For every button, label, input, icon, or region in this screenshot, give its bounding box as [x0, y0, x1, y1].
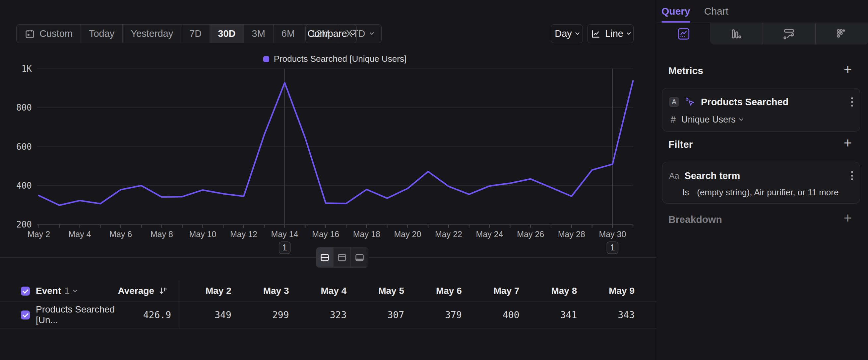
- line-chart[interactable]: 2004006008001KMay 2May 4May 6May 8May 10…: [0, 0, 656, 266]
- tab-query[interactable]: Query: [661, 0, 690, 23]
- string-property-icon: Aa: [669, 171, 679, 181]
- table-column-header[interactable]: May 6: [409, 281, 467, 301]
- table-cell-value: 349: [179, 302, 237, 328]
- sort-descending-icon[interactable]: [158, 286, 168, 296]
- event-count: 1: [64, 286, 70, 296]
- table-cell-value: 400: [467, 302, 525, 328]
- layout-table-only-button[interactable]: [351, 247, 368, 267]
- svg-text:May 8: May 8: [151, 229, 173, 239]
- row-average-value: 426.9: [143, 302, 171, 328]
- filter-operator[interactable]: Is: [682, 187, 689, 198]
- select-all-checkbox[interactable]: [21, 286, 30, 296]
- add-breakdown-button[interactable]: +: [842, 213, 854, 224]
- filter-value[interactable]: (empty string), Air purifier, or 11 more: [697, 187, 838, 198]
- svg-text:400: 400: [16, 181, 32, 191]
- table-column-header[interactable]: May 3: [237, 281, 294, 301]
- breakdown-heading: Breakdown: [669, 214, 722, 225]
- query-panel: Query Chart: [657, 0, 868, 360]
- table-row: Products Searched [Un... 426.9 349299323…: [0, 301, 656, 328]
- chart-type-retention-tab[interactable]: [815, 23, 868, 45]
- aggregation-prefix: #: [671, 115, 676, 125]
- aggregation-dropdown[interactable]: Unique Users: [681, 115, 743, 125]
- table-cell-value: 299: [237, 302, 294, 328]
- filter-card[interactable]: Aa Search term Is (empty string), Air pu…: [662, 162, 860, 203]
- chart-type-insights-tab[interactable]: [657, 23, 710, 45]
- panel-tabs: Query Chart: [661, 0, 728, 23]
- svg-text:May 4: May 4: [69, 229, 91, 239]
- svg-text:1: 1: [282, 243, 287, 252]
- event-column-header[interactable]: Event 1: [36, 286, 76, 296]
- date-column-headers: May 2May 3May 4May 5May 6May 7May 8May 9: [179, 281, 640, 301]
- kebab-menu-icon[interactable]: [851, 101, 853, 103]
- table-cell-value: 323: [294, 302, 352, 328]
- add-filter-button[interactable]: +: [842, 138, 854, 149]
- table-header: Event 1 Average May 2May 3May 4May 5May …: [0, 281, 656, 301]
- chevron-down-icon: [739, 116, 743, 121]
- filter-heading: Filter: [669, 139, 692, 150]
- svg-text:May 16: May 16: [312, 229, 339, 239]
- tab-chart[interactable]: Chart: [704, 0, 728, 23]
- chart-type-bar-tab[interactable]: [710, 23, 763, 45]
- table-cell-value: 341: [525, 302, 583, 328]
- svg-text:May 6: May 6: [110, 229, 132, 239]
- svg-text:1K: 1K: [22, 64, 32, 74]
- chart-type-flows-tab[interactable]: [763, 23, 815, 45]
- table-cell-value: 307: [352, 302, 409, 328]
- metrics-heading: Metrics: [669, 65, 703, 76]
- svg-text:800: 800: [16, 103, 32, 113]
- svg-text:May 30: May 30: [599, 229, 626, 239]
- table-column-header[interactable]: May 4: [294, 281, 352, 301]
- svg-text:May 14: May 14: [271, 229, 299, 239]
- metric-series-badge: A: [669, 97, 679, 107]
- chart-type-strip: [657, 23, 868, 45]
- date-column-values: 349299323307379400341343: [179, 302, 640, 328]
- filter-property-name[interactable]: Search term: [685, 170, 846, 181]
- average-column-header[interactable]: Average: [118, 286, 154, 296]
- event-label: Event: [36, 286, 61, 296]
- svg-text:May 26: May 26: [517, 229, 544, 239]
- svg-text:May 10: May 10: [189, 229, 216, 239]
- svg-text:May 20: May 20: [394, 229, 421, 239]
- table-column-header[interactable]: May 7: [467, 281, 525, 301]
- row-series-label[interactable]: Products Searched [Un...: [36, 304, 119, 326]
- svg-text:May 12: May 12: [230, 229, 257, 239]
- svg-text:May 22: May 22: [435, 229, 462, 239]
- svg-text:May 28: May 28: [558, 229, 585, 239]
- layout-split-view-button[interactable]: [316, 247, 334, 267]
- metric-card[interactable]: A Products Searched # Unique Users: [662, 88, 860, 132]
- table-cell-value: 379: [409, 302, 467, 328]
- table-cell-value: 343: [582, 302, 640, 328]
- main-content: CustomTodayYesterday7D30D3M6M12MXTD Comp…: [0, 0, 656, 360]
- table-column-header[interactable]: May 9: [582, 281, 640, 301]
- layout-toggle-group: [316, 247, 368, 268]
- kebab-menu-icon[interactable]: [851, 175, 853, 177]
- table-column-header[interactable]: May 2: [179, 281, 237, 301]
- layout-chart-only-button[interactable]: [334, 247, 351, 267]
- svg-text:1: 1: [610, 243, 615, 252]
- svg-text:200: 200: [16, 220, 32, 229]
- svg-text:May 2: May 2: [28, 229, 50, 239]
- chevron-down-icon: [73, 288, 77, 292]
- event-cursor-icon: [684, 96, 695, 108]
- metric-name[interactable]: Products Searched: [701, 96, 846, 108]
- table-column-header[interactable]: May 8: [525, 281, 583, 301]
- row-checkbox[interactable]: [21, 310, 30, 320]
- svg-text:May 18: May 18: [353, 229, 380, 239]
- aggregation-label: Unique Users: [681, 115, 736, 125]
- svg-text:May 24: May 24: [476, 229, 503, 239]
- add-metric-button[interactable]: +: [842, 64, 854, 75]
- svg-text:600: 600: [16, 142, 32, 152]
- table-column-header[interactable]: May 5: [352, 281, 409, 301]
